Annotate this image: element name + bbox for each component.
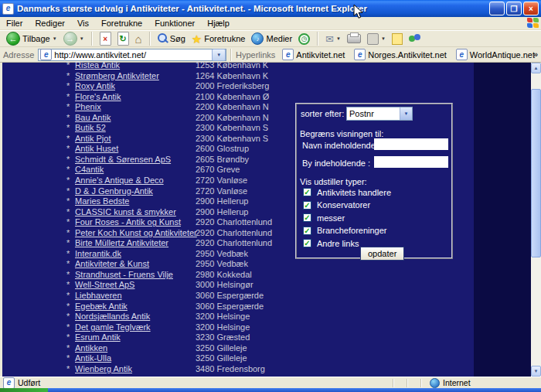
scroll-down-button[interactable]: ▼ <box>531 366 541 377</box>
dealer-link[interactable]: Ristea Antik <box>75 60 120 71</box>
history-button[interactable]: ◷ <box>297 33 311 45</box>
chevron-down-icon: ▼ <box>404 111 409 116</box>
forward-dropdown-icon[interactable]: ▼ <box>80 36 84 41</box>
type-checkbox[interactable]: ✓ <box>303 213 311 222</box>
dealer-link[interactable]: Annie's Antique & Deco <box>75 176 164 186</box>
dealer-link[interactable]: Liebhaveren <box>75 291 122 302</box>
bullet: * <box>66 176 70 186</box>
mail-button[interactable]: ✉ ▼ <box>324 34 342 44</box>
quick-link[interactable]: e Norges.Antikvitet.net <box>351 49 450 60</box>
name-input[interactable] <box>374 138 448 150</box>
dealer-link[interactable]: Esrum Antik <box>75 332 121 343</box>
page-dark-column <box>474 63 531 377</box>
home-button[interactable]: ⌂ <box>134 33 144 45</box>
close-icon: × <box>529 5 533 13</box>
dealer-link[interactable]: Antik Pjot <box>75 134 111 145</box>
dealer-link[interactable]: Peter Koch Kunst og Antikviteter <box>75 228 197 239</box>
forward-button[interactable]: → ▼ <box>62 32 86 46</box>
dealer-link[interactable]: CLASSIC kunst & smykker <box>75 207 176 218</box>
city-input[interactable] <box>374 156 448 168</box>
menu-item[interactable]: Hjælp <box>201 18 236 29</box>
dealer-link[interactable]: Maries Bedste <box>75 196 129 207</box>
type-row: ✓ Brancheforeninger <box>303 226 391 236</box>
menu-item[interactable]: Filer <box>0 18 29 29</box>
dealer-link[interactable]: Det gamle Teglværk <box>75 322 151 333</box>
dealer-link[interactable]: Antikviteter & Kunst <box>75 259 149 270</box>
menu-item[interactable]: Vis <box>71 18 95 29</box>
edit-button[interactable]: ▼ <box>366 33 387 45</box>
vertical-scrollbar[interactable]: ▲ ▼ <box>531 63 541 377</box>
scroll-up-button[interactable]: ▲ <box>531 63 541 73</box>
dealer-link[interactable]: Roxy Antik <box>75 81 115 92</box>
back-dropdown-icon[interactable]: ▼ <box>53 36 57 41</box>
print-button[interactable] <box>345 34 362 43</box>
quick-link[interactable]: e Antikvitet.net <box>279 49 348 60</box>
refresh-button[interactable]: ↻ <box>116 32 131 46</box>
dealer-location: 3480 Fredensborg <box>196 364 265 375</box>
dealer-link[interactable]: Nordsjællands Antik <box>75 312 150 322</box>
dealer-link[interactable]: D & J Genbrug-Antik <box>75 186 153 197</box>
start-button-fragment[interactable] <box>0 388 48 392</box>
menu-item[interactable]: Rediger <box>29 18 71 29</box>
bullet: * <box>66 81 70 92</box>
dealer-link[interactable]: Wienberg Antik <box>75 364 132 375</box>
dealer-link[interactable]: Birte Müllertz Antikviteter <box>75 238 168 249</box>
dealer-link[interactable]: Egebæk Antik <box>75 302 128 312</box>
dealer-location: 2950 Vedbæk <box>196 259 248 270</box>
listing-row: * Liebhaveren 3060 Espergærde <box>2 291 466 302</box>
bullet: * <box>66 302 70 312</box>
favorites-button[interactable]: ★ Foretrukne <box>190 33 247 45</box>
media-button[interactable]: ♪ Medier <box>250 32 294 45</box>
search-button[interactable]: Søg <box>156 33 187 44</box>
type-checkbox[interactable]: ✓ <box>303 201 311 210</box>
stop-button[interactable]: × <box>98 32 113 46</box>
type-checkbox[interactable]: ✓ <box>303 227 311 235</box>
dealer-link[interactable]: Four Roses - Antik og Kunst <box>75 217 181 228</box>
minimize-button[interactable]: _ <box>489 2 505 15</box>
dealer-link[interactable]: Antik Huset <box>75 144 118 155</box>
messenger-button[interactable] <box>407 33 423 44</box>
dealer-link[interactable]: Well-Street ApS <box>75 280 134 291</box>
quick-link-label: WorldAntique.net <box>470 50 535 60</box>
menu-item[interactable]: Foretrukne <box>95 18 148 29</box>
mail-dropdown-icon[interactable]: ▼ <box>336 36 341 41</box>
dealer-link[interactable]: Interantik.dk <box>75 249 121 260</box>
dealer-link[interactable]: Butik 52 <box>75 123 106 134</box>
dealer-link[interactable]: Phenix <box>75 102 101 113</box>
dealer-link[interactable]: Flore's Antik <box>75 92 121 103</box>
bullet: * <box>66 312 70 322</box>
dealer-link[interactable]: Antik-Ulla <box>75 353 111 364</box>
bullet: * <box>66 280 70 291</box>
restore-button[interactable]: ❐ <box>506 2 522 15</box>
back-button[interactable]: ← Tilbage ▼ <box>5 32 59 46</box>
bullet: * <box>66 343 70 354</box>
dealer-link[interactable]: Antikken <box>75 343 107 354</box>
dealer-link[interactable]: Bau Antik <box>75 113 111 124</box>
close-button[interactable]: × <box>523 2 539 15</box>
discuss-button[interactable] <box>390 33 404 45</box>
ie-e-glyph: e <box>6 5 11 12</box>
dealer-link[interactable]: Strømberg Antikviteter <box>75 71 159 82</box>
dealer-link[interactable]: Schmidt & Sørensen ApS <box>75 155 171 165</box>
menu-item[interactable]: Funktioner <box>148 18 201 29</box>
links-overflow-chevron[interactable]: » <box>533 49 538 59</box>
select-chevron-icon[interactable]: ▼ <box>400 107 412 120</box>
quick-link[interactable]: e WorldAntique.net <box>453 49 538 60</box>
update-button[interactable]: opdater <box>360 247 404 261</box>
dealer-link[interactable]: C4antik <box>75 165 104 176</box>
scrollbar-thumb[interactable] <box>531 89 541 257</box>
dealer-location: 2200 København N <box>196 113 269 124</box>
listing-row: * Antikken 3250 Gilleleje <box>2 343 466 354</box>
sort-select[interactable]: Postnr ▼ <box>346 107 413 121</box>
edit-dropdown-icon[interactable]: ▼ <box>381 36 386 41</box>
dealer-location: 3250 Gilleleje <box>196 343 247 354</box>
address-input[interactable]: e http://www.antikvitet.net/ ▼ <box>38 49 226 61</box>
back-label: Tilbage <box>22 34 50 43</box>
dealer-link[interactable]: Strandhuset - Fruens Vilje <box>75 270 173 281</box>
address-dropdown-button[interactable]: ▼ <box>212 49 226 61</box>
type-checkbox[interactable]: ✓ <box>303 188 311 196</box>
toolbar-separator <box>317 32 318 46</box>
listing-row: * Roxy Antik 2000 Frederiksberg <box>2 81 466 92</box>
type-checkbox[interactable]: ✓ <box>303 239 311 247</box>
search-label: Søg <box>170 34 185 43</box>
